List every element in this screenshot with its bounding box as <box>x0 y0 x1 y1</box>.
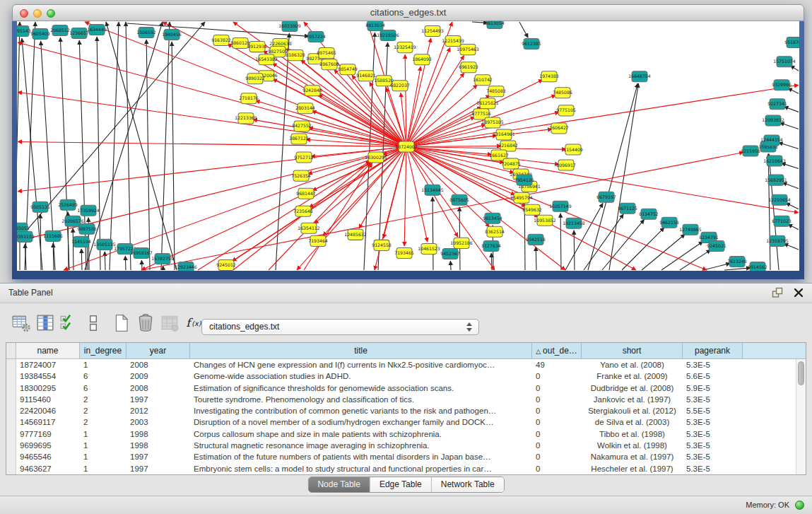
network-node[interactable]: 9245012 <box>216 259 236 270</box>
network-node[interactable]: 8549632 <box>522 204 542 215</box>
citation-edge-black[interactable] <box>779 142 799 148</box>
network-node[interactable]: 2068512 <box>50 25 70 36</box>
citation-edge-black[interactable] <box>161 22 170 270</box>
network-node[interactable]: 8912936 <box>247 42 267 52</box>
table-scrollbar-thumb[interactable] <box>798 361 804 385</box>
column-select-icon[interactable] <box>35 313 55 334</box>
network-node[interactable]: 12213369 <box>235 113 257 124</box>
citation-edge-red[interactable] <box>304 163 372 270</box>
citation-edge-red[interactable] <box>18 42 406 146</box>
table-row[interactable]: 911546021997Tourette syndrome. Phenomeno… <box>6 394 796 405</box>
table-row[interactable]: 969969511998Structural magnetic resonanc… <box>6 440 796 451</box>
network-node[interactable]: 9518704 <box>784 37 799 48</box>
network-node[interactable]: 1634440 <box>87 25 107 35</box>
citation-edge-black[interactable] <box>110 22 119 270</box>
network-node[interactable]: 9605409 <box>30 29 50 40</box>
network-node[interactable]: 18300295 <box>365 152 387 163</box>
citation-edge-black[interactable] <box>602 219 645 270</box>
tab-node-table[interactable]: Node Table <box>308 477 370 492</box>
network-node[interactable]: 8127634 <box>481 240 501 251</box>
citation-edge-black[interactable] <box>703 263 730 270</box>
citation-edge-black[interactable] <box>622 228 664 270</box>
network-node[interactable]: 7193464 <box>308 235 328 246</box>
network-node[interactable]: 8975465 <box>317 48 336 59</box>
network-node[interactable]: 7526354 <box>291 170 311 181</box>
network-node[interactable]: 10213458 <box>563 218 585 228</box>
network-node[interactable]: 15751074 <box>773 57 796 67</box>
network-node[interactable]: 7954126 <box>514 175 534 185</box>
citation-edge-black[interactable] <box>172 42 175 270</box>
network-node[interactable]: 8613054 <box>485 21 505 29</box>
network-node[interactable]: 10461523 <box>418 243 440 254</box>
network-node[interactable]: 7193465 <box>394 247 414 258</box>
network-node[interactable]: 9329966 <box>772 80 792 90</box>
citation-edge-black[interactable] <box>97 37 100 270</box>
float-panel-icon[interactable] <box>771 286 784 299</box>
network-node[interactable]: 8134752 <box>639 209 659 219</box>
network-node[interactable]: 8813034 <box>365 21 385 31</box>
network-node[interactable]: 9612385 <box>522 39 541 49</box>
citation-edge-black[interactable] <box>519 22 528 37</box>
select-all-icon[interactable] <box>59 313 79 334</box>
citation-edge-red[interactable] <box>269 163 371 270</box>
network-node[interactable]: 1154409 <box>563 144 583 155</box>
network-node[interactable]: 16354112 <box>298 223 320 233</box>
column-header-out_de[interactable]: △out_de… <box>532 343 582 359</box>
network-node[interactable]: 1974383 <box>539 71 559 82</box>
citation-edge-black[interactable] <box>786 203 799 209</box>
network-node[interactable]: 12749865 <box>679 224 702 235</box>
citation-edge-black[interactable] <box>609 83 638 270</box>
network-node[interactable]: 9163822 <box>211 35 231 46</box>
table-row[interactable]: 1872400712008Changes of HCN gene express… <box>6 359 796 370</box>
network-node[interactable]: 6771023 <box>772 216 792 226</box>
citation-edge-black[interactable] <box>536 247 536 270</box>
network-node[interactable]: 13505135 <box>93 239 116 250</box>
citation-edge-red[interactable] <box>406 129 552 147</box>
network-node[interactable]: 12318795 <box>766 235 789 246</box>
network-node[interactable]: 12923446 <box>175 262 197 271</box>
network-node[interactable]: 15495794 <box>510 192 533 203</box>
network-node[interactable]: 3867123 <box>289 134 309 144</box>
citation-edge-red[interactable] <box>18 147 406 241</box>
network-node[interactable]: 1940456 <box>162 30 182 40</box>
citation-edge-black[interactable] <box>81 249 82 270</box>
network-node[interactable]: 2867608 <box>319 59 339 70</box>
close-panel-icon[interactable] <box>792 286 805 299</box>
citation-edge-black[interactable] <box>40 214 41 270</box>
tab-edge-table[interactable]: Edge Table <box>370 477 431 492</box>
citation-edge-black[interactable] <box>126 22 131 270</box>
network-node[interactable]: 7485083 <box>486 86 506 97</box>
network-node[interactable]: 8427552 <box>292 121 312 132</box>
network-node[interactable]: 8362514 <box>485 226 505 237</box>
network-node[interactable]: 18975105 <box>481 117 504 128</box>
close-window-button[interactable] <box>20 9 28 18</box>
network-node[interactable]: 1610742 <box>473 75 493 86</box>
citation-edge-black[interactable] <box>779 123 799 129</box>
column-header-pagerank[interactable]: pagerank <box>683 343 743 359</box>
network-node[interactable]: 1145194 <box>71 236 91 247</box>
minimize-window-button[interactable] <box>33 9 42 18</box>
network-node[interactable]: 15134845 <box>421 185 444 195</box>
network-node[interactable]: 12093832 <box>762 115 784 126</box>
window-titlebar[interactable]: citations_edges.txt <box>12 4 804 21</box>
citation-edge-black[interactable] <box>73 228 73 270</box>
network-node[interactable]: 7235648 <box>293 206 313 216</box>
network-node[interactable]: 2803144 <box>295 103 315 114</box>
citation-edge-black[interactable] <box>125 256 126 270</box>
citation-edge-black[interactable] <box>574 230 575 270</box>
citation-edge-black[interactable] <box>491 253 492 270</box>
network-node[interactable]: 16782759 <box>151 253 174 264</box>
network-node[interactable]: 10953852 <box>534 215 556 226</box>
network-canvas[interactable]: 1872400791638228860128891293622260638982… <box>17 21 799 271</box>
network-node[interactable]: 18724007 <box>395 141 418 152</box>
column-header-year[interactable]: year <box>126 343 190 359</box>
network-node[interactable]: 7204875 <box>501 158 521 169</box>
network-node[interactable]: 9462158 <box>659 217 679 228</box>
citation-edge-black[interactable] <box>141 260 142 270</box>
network-node[interactable]: 16125821 <box>476 98 499 109</box>
citation-edge-black[interactable] <box>105 252 105 270</box>
citation-edge-black[interactable] <box>782 182 799 189</box>
network-node[interactable]: 19218506 <box>377 30 399 41</box>
network-node[interactable]: 9227341 <box>767 99 787 110</box>
network-node[interactable]: 9245021 <box>707 240 726 251</box>
